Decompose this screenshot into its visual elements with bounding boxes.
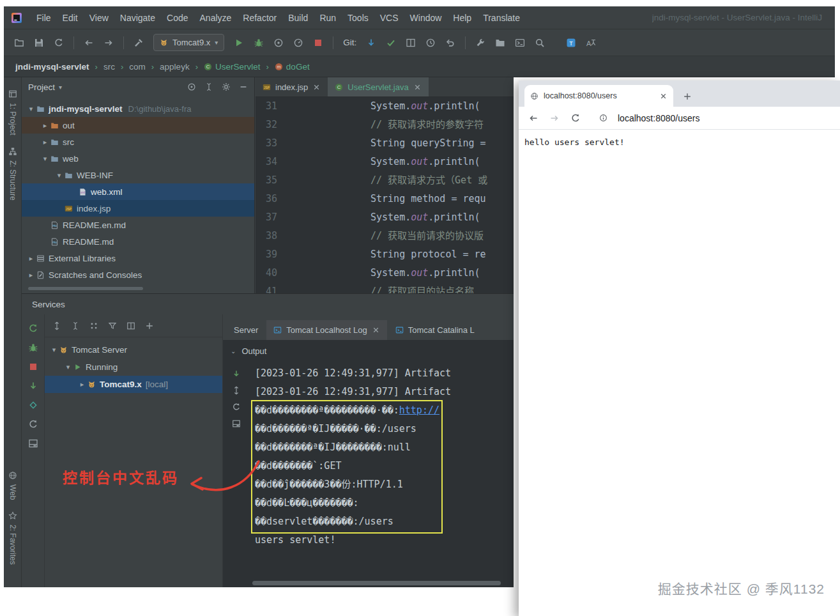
add-service-icon[interactable] bbox=[145, 321, 154, 330]
locate-file-icon[interactable] bbox=[187, 82, 196, 91]
menu-analyze[interactable]: Analyze bbox=[194, 10, 238, 26]
project-item-out[interactable]: ▸out bbox=[22, 117, 254, 134]
services-item-tomcat9-x[interactable]: ▸Tomcat9.x[local] bbox=[45, 376, 222, 393]
breadcrumb-doget[interactable]: mdoGet bbox=[275, 62, 310, 72]
collapse-all-icon[interactable] bbox=[71, 321, 80, 330]
breadcrumb-com[interactable]: com bbox=[129, 62, 146, 72]
menu-view[interactable]: View bbox=[84, 10, 114, 26]
stop-server-icon[interactable] bbox=[28, 362, 38, 372]
profiler-icon[interactable] bbox=[293, 38, 303, 48]
sync-icon[interactable] bbox=[54, 38, 64, 48]
project-structure-icon[interactable] bbox=[495, 38, 505, 48]
scroll-to-end-icon[interactable] bbox=[232, 369, 241, 378]
search-everywhere-icon[interactable] bbox=[535, 38, 545, 48]
debug-server-icon[interactable] bbox=[28, 343, 38, 353]
run-icon[interactable] bbox=[234, 38, 244, 48]
terminal-icon[interactable] bbox=[515, 38, 525, 48]
save-all-icon[interactable] bbox=[34, 38, 44, 48]
coverage-icon[interactable] bbox=[273, 38, 284, 48]
services-item-tomcat-server[interactable]: ▾Tomcat Server bbox=[45, 341, 222, 358]
breadcrumb-src[interactable]: src bbox=[103, 62, 115, 72]
project-item-readme-md[interactable]: README.md bbox=[22, 233, 254, 250]
hot-swap-icon[interactable] bbox=[28, 400, 38, 410]
menu-tools[interactable]: Tools bbox=[342, 10, 374, 26]
services-item-running[interactable]: ▾Running bbox=[45, 358, 222, 376]
translate-icon[interactable]: A bbox=[586, 38, 596, 48]
menu-edit[interactable]: Edit bbox=[57, 10, 84, 26]
intellij-logo-icon[interactable] bbox=[11, 13, 22, 23]
project-item-index-jsp[interactable]: JSPindex.jsp bbox=[22, 200, 254, 217]
browser-tab[interactable]: localhost:8080/users bbox=[524, 85, 673, 107]
editor-tab-index-jsp[interactable]: JSPindex.jsp bbox=[256, 77, 328, 96]
console-tab-tomcat-localhost-log[interactable]: Tomcat Localhost Log bbox=[266, 320, 386, 340]
dock-layout-icon[interactable] bbox=[28, 438, 38, 449]
forward-icon[interactable] bbox=[103, 38, 114, 48]
commit-icon[interactable] bbox=[386, 38, 396, 48]
tool-window-button-1-project[interactable]: 1: Project bbox=[4, 84, 21, 141]
tool-window-button-web[interactable]: Web bbox=[4, 465, 21, 505]
tool-window-button-z-structure[interactable]: Z: Structure bbox=[4, 141, 21, 206]
menu-refactor[interactable]: Refactor bbox=[237, 10, 282, 26]
settings-wrench-icon[interactable] bbox=[475, 38, 485, 48]
menu-help[interactable]: Help bbox=[447, 10, 477, 26]
close-tab-icon[interactable] bbox=[659, 92, 668, 100]
menu-vcs[interactable]: VCS bbox=[374, 10, 404, 26]
menu-run[interactable]: Run bbox=[314, 10, 342, 26]
close-tab-icon[interactable] bbox=[312, 83, 321, 91]
restart-icon[interactable] bbox=[232, 403, 241, 412]
breadcrumb-userservlet[interactable]: CUserServlet bbox=[204, 62, 261, 72]
console-scrollbar-thumb[interactable] bbox=[252, 581, 501, 585]
new-tab-icon[interactable] bbox=[683, 92, 692, 101]
run-configuration-select[interactable]: Tomcat9.x ▾ bbox=[153, 34, 224, 51]
soft-wrap-icon[interactable] bbox=[232, 386, 241, 395]
browser-forward-icon[interactable] bbox=[546, 109, 563, 127]
debug-icon[interactable] bbox=[254, 38, 264, 48]
rollback-icon[interactable] bbox=[445, 38, 455, 48]
history-icon[interactable] bbox=[425, 38, 436, 48]
filter-icon[interactable] bbox=[108, 321, 117, 330]
menu-translate[interactable]: Translate bbox=[477, 10, 526, 26]
menu-window[interactable]: Window bbox=[404, 10, 448, 26]
breadcrumb-jndi-mysql-servlet[interactable]: jndi-mysql-servlet bbox=[15, 62, 89, 72]
breadcrumb-appleyk[interactable]: appleyk bbox=[160, 62, 190, 72]
back-icon[interactable] bbox=[84, 38, 94, 48]
project-item-external-libraries[interactable]: ▸External Libraries bbox=[22, 250, 254, 266]
menu-navigate[interactable]: Navigate bbox=[114, 10, 161, 26]
chevron-down-icon[interactable]: ⌄ bbox=[231, 348, 236, 355]
project-scrollbar-thumb[interactable] bbox=[28, 287, 143, 290]
editor-code[interactable]: 31System.out.println(32// 获取请求时的参数字符33St… bbox=[256, 97, 514, 293]
translate-plugin-icon[interactable]: T bbox=[566, 38, 576, 48]
expand-all-icon[interactable] bbox=[52, 321, 61, 330]
hide-panel-icon[interactable] bbox=[239, 82, 248, 91]
menu-code[interactable]: Code bbox=[161, 10, 194, 26]
site-info-icon[interactable] bbox=[594, 109, 612, 127]
console-tab-server[interactable]: Server bbox=[227, 320, 265, 340]
diff-icon[interactable] bbox=[406, 38, 416, 48]
update-project-icon[interactable] bbox=[366, 38, 376, 48]
collapse-all-icon[interactable] bbox=[204, 82, 213, 91]
browser-reload-icon[interactable] bbox=[567, 109, 584, 127]
open-icon[interactable] bbox=[14, 38, 24, 48]
build-project-icon[interactable] bbox=[134, 38, 144, 48]
console-tab-tomcat-catalina-l[interactable]: Tomcat Catalina L bbox=[388, 320, 482, 340]
gear-icon[interactable] bbox=[222, 82, 231, 91]
refresh-icon[interactable] bbox=[28, 419, 38, 429]
stop-icon[interactable] bbox=[313, 38, 323, 48]
project-item-web[interactable]: ▾web bbox=[22, 150, 254, 167]
editor-tab-userservlet-java[interactable]: CUserServlet.java bbox=[328, 77, 428, 96]
chevron-down-icon[interactable]: ▾ bbox=[59, 84, 62, 91]
menu-file[interactable]: File bbox=[31, 10, 57, 26]
menu-build[interactable]: Build bbox=[282, 10, 314, 26]
deploy-icon[interactable] bbox=[28, 381, 38, 391]
project-item-web-inf[interactable]: ▾WEB-INF bbox=[22, 167, 254, 183]
split-view-icon[interactable] bbox=[126, 321, 135, 330]
close-tab-icon[interactable] bbox=[413, 83, 422, 91]
console-link[interactable]: http:// bbox=[399, 404, 439, 416]
clear-console-icon[interactable] bbox=[232, 419, 241, 428]
rerun-server-icon[interactable] bbox=[28, 323, 38, 334]
browser-back-icon[interactable] bbox=[524, 109, 542, 127]
close-tab-icon[interactable] bbox=[372, 326, 380, 334]
project-panel-title[interactable]: Project bbox=[28, 82, 55, 92]
tool-window-button-2-favorites[interactable]: 2: Favorites bbox=[4, 505, 21, 571]
project-item-readme-en-md[interactable]: README.en.md bbox=[22, 217, 254, 233]
